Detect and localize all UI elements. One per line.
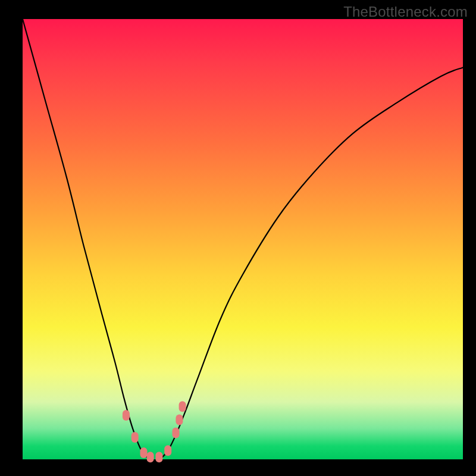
marker-point — [176, 414, 183, 425]
watermark-text: TheBottleneck.com — [343, 4, 468, 20]
marker-point — [123, 410, 130, 421]
marker-point — [164, 445, 171, 456]
plot-area — [23, 19, 463, 459]
marker-point — [147, 452, 154, 462]
marker-point — [179, 401, 186, 412]
marker-point — [173, 428, 180, 439]
highlight-markers — [123, 401, 186, 462]
marker-point — [131, 432, 139, 443]
chart-frame: TheBottleneck.com — [0, 0, 476, 476]
marker-point — [155, 452, 162, 462]
curve-svg — [23, 19, 463, 459]
marker-point — [140, 447, 148, 458]
bottleneck-curve — [23, 19, 463, 461]
